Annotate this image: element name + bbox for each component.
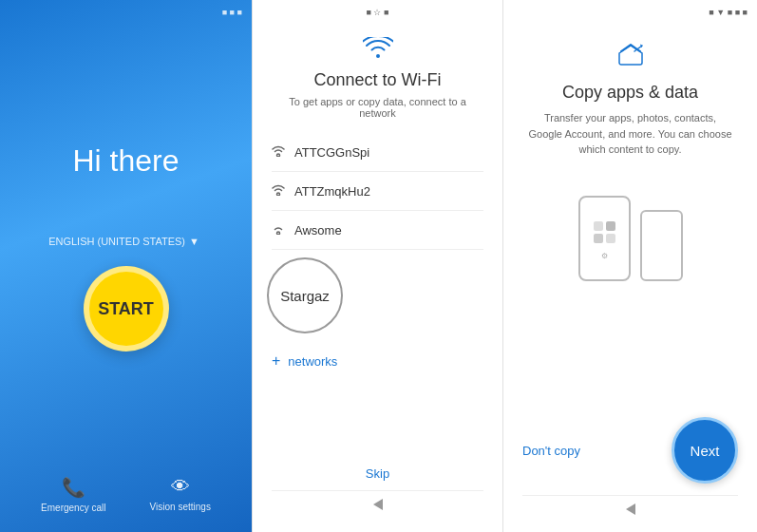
wifi-name-1: ATTCGGnSpi — [294, 145, 369, 160]
navigation-bar-2 — [272, 490, 483, 518]
app-icon-1 — [594, 221, 603, 231]
next-label: Next — [691, 443, 720, 459]
vision-settings-button[interactable]: 👁 Vision settings — [150, 476, 211, 513]
status-bar-3: ■ ▼ ■ ■ ■ — [503, 0, 757, 25]
stargaz-highlight-circle: Stargaz — [267, 257, 343, 333]
copy-title: Copy apps & data — [562, 83, 698, 103]
wifi-name-3: Awsome — [294, 223, 342, 238]
phones-illustration: ⚙ — [578, 196, 683, 281]
status-bar-1: ■ ■ ■ — [222, 8, 242, 17]
source-phone: ⚙ — [578, 196, 631, 281]
wifi-network-stargaz[interactable]: Stargaz — [272, 250, 483, 341]
wifi-bottom-actions: Skip — [253, 452, 502, 532]
phone-icon: 📞 — [62, 476, 85, 499]
copy-subtitle: Transfer your apps, photos, contacts, Go… — [527, 110, 733, 158]
language-arrow-icon: ▼ — [189, 236, 199, 247]
bottom-action-icons: 📞 Emergency call 👁 Vision settings — [0, 476, 252, 513]
copy-content: Copy apps & data Transfer your apps, pho… — [503, 25, 757, 408]
wifi-name-stargaz: Stargaz — [280, 288, 330, 304]
back-nav-icon-3[interactable] — [626, 504, 635, 515]
wifi-signal-icon-3 — [272, 222, 285, 238]
skip-button[interactable]: Skip — [366, 466, 389, 481]
dont-copy-button[interactable]: Don't copy — [522, 444, 580, 458]
copy-action-row: Don't copy Next — [522, 417, 738, 484]
language-selector[interactable]: ENGLISH (UNITED STATES) ▼ — [48, 236, 203, 247]
wifi-content: Connect to Wi-Fi To get apps or copy dat… — [253, 25, 502, 452]
wifi-network-2[interactable]: ATTZmqkHu2 — [272, 172, 483, 211]
wifi-network-1[interactable]: ATTCGGnSpi — [272, 133, 483, 172]
wifi-name-2: ATTZmqkHu2 — [294, 184, 370, 199]
panel-copy-data: ■ ▼ ■ ■ ■ Copy apps & data Transfer your… — [503, 0, 757, 532]
panel-setup-start: ■ ■ ■ Hi there ENGLISH (UNITED STATES) ▼… — [0, 0, 252, 532]
panel1-bottom: 📞 Emergency call 👁 Vision settings — [0, 476, 252, 522]
back-nav-icon[interactable] — [373, 499, 383, 510]
copy-apps-icon — [615, 44, 646, 75]
start-button[interactable]: START — [84, 266, 169, 352]
wifi-subtitle: To get apps or copy data, connect to a n… — [272, 96, 483, 119]
source-phone-screen — [589, 217, 620, 248]
status-icons-2: ■ ☆ ■ — [367, 8, 389, 17]
panel-wifi: ■ ☆ ■ Connect to Wi-Fi To get apps or co… — [252, 0, 503, 532]
emergency-call-label: Emergency call — [41, 503, 105, 513]
add-networks-button[interactable]: + networks — [272, 341, 483, 381]
panel1-top: Hi there ENGLISH (UNITED STATES) ▼ START — [48, 19, 203, 476]
navigation-bar-3 — [522, 495, 738, 522]
greeting-text: Hi there — [72, 143, 179, 179]
wifi-signal-icon-2 — [272, 183, 285, 199]
emergency-call-button[interactable]: 📞 Emergency call — [41, 476, 105, 513]
plus-icon: + — [272, 352, 280, 370]
app-icon-3 — [594, 234, 603, 243]
wifi-network-list: ATTCGGnSpi ATTZmqkHu2 Awsome Stargaz — [272, 133, 483, 452]
app-icon-2 — [606, 221, 615, 231]
next-button[interactable]: Next — [672, 417, 738, 484]
wifi-title: Connect to Wi-Fi — [272, 70, 483, 90]
status-bar-2: ■ ☆ ■ — [253, 0, 502, 25]
copy-bottom-actions: Don't copy Next — [503, 408, 757, 532]
status-icons-3: ■ ▼ ■ ■ ■ — [709, 8, 748, 17]
app-icon-4 — [606, 234, 615, 243]
start-label: START — [98, 299, 154, 319]
vision-settings-label: Vision settings — [150, 502, 211, 512]
add-networks-label: networks — [288, 354, 337, 369]
wifi-icon — [272, 34, 483, 65]
target-phone — [640, 210, 683, 281]
wifi-network-3[interactable]: Awsome — [272, 211, 483, 250]
wifi-signal-icon-1 — [272, 144, 285, 160]
eye-icon: 👁 — [171, 476, 190, 498]
language-label: ENGLISH (UNITED STATES) — [48, 236, 185, 247]
